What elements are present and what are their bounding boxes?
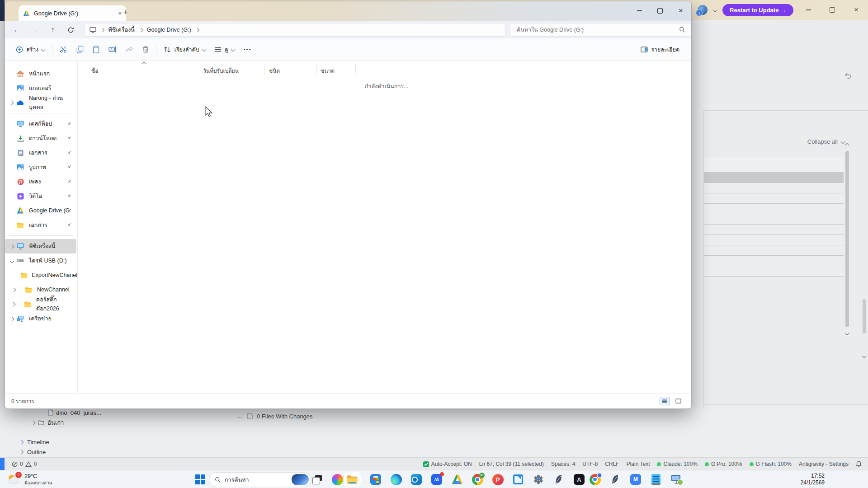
remote-pc-button[interactable] — [667, 472, 685, 487]
sidebar-item-documents[interactable]: เอกสาร — [5, 145, 77, 160]
column-header-name[interactable]: ชื่อ — [91, 65, 98, 76]
share-button[interactable] — [121, 42, 138, 58]
taskbar-clock[interactable]: 17:52 24/1/2569 — [801, 473, 825, 486]
undo-icon[interactable] — [844, 72, 852, 79]
sidebar-item-downloads[interactable]: ดาวน์โหลด — [5, 131, 77, 145]
back-icon[interactable]: ← — [8, 26, 26, 34]
gpro-quota[interactable]: G Pro: 100% — [705, 461, 742, 467]
sidebar-item-exportnewchanel[interactable]: ExportNewChanel — [5, 268, 77, 282]
column-header-type[interactable]: ชนิด — [269, 65, 280, 76]
table-row[interactable] — [704, 235, 844, 245]
chrome-profile-button[interactable]: SJ — [468, 472, 486, 487]
auto-accept-status[interactable]: Auto-Accept: ON — [423, 461, 472, 467]
table-row[interactable] — [704, 157, 844, 172]
table-row[interactable] — [704, 214, 844, 224]
project-app-button[interactable] — [509, 472, 527, 487]
m-app-button[interactable]: M — [627, 472, 645, 487]
taskbar-search[interactable]: การค้นหา — [209, 472, 311, 487]
search-box[interactable] — [510, 23, 691, 37]
sidebar-item-google-drive[interactable]: Google Drive (G: — [5, 203, 77, 218]
view-button[interactable]: ดู — [210, 42, 239, 58]
table-row[interactable] — [704, 193, 844, 203]
details-pane-button[interactable]: รายละเอียด — [636, 42, 684, 58]
search-icon[interactable] — [679, 27, 685, 33]
p-media-app-button[interactable]: P — [489, 472, 507, 487]
details-view-toggle[interactable] — [660, 397, 670, 405]
breadcrumb[interactable]: พีซีเครื่องนี้ Google Drive (G:) — [85, 23, 505, 37]
page-scrollbar[interactable] — [863, 291, 866, 368]
paste-button[interactable] — [88, 42, 104, 58]
sidebar-item-desktop[interactable]: เดสก์ท็อป — [5, 117, 77, 131]
sidebar-item-videos[interactable]: วิดีโอ — [5, 189, 77, 203]
refresh-icon[interactable] — [62, 27, 80, 33]
outline-section[interactable]: Outline — [20, 447, 46, 456]
microsoft-store-button[interactable] — [367, 472, 385, 487]
chrome-globe-button[interactable] — [586, 472, 604, 487]
restart-to-update-button[interactable]: Restart to Update → — [722, 4, 793, 16]
collapse-all-button[interactable]: Collapse all — [807, 138, 844, 145]
chevron-right-icon[interactable] — [11, 302, 16, 306]
eol[interactable]: CRLF — [605, 461, 619, 467]
chevron-right-icon[interactable] — [9, 100, 14, 105]
antigravity-button[interactable]: A — [570, 472, 588, 487]
thumbnail-view-toggle[interactable] — [674, 397, 683, 405]
google-drive-button[interactable] — [448, 472, 466, 487]
outlook-button[interactable] — [407, 472, 425, 487]
chevron-right-icon[interactable] — [9, 244, 14, 249]
up-icon[interactable]: ↑ — [44, 26, 62, 34]
column-header-size[interactable]: ขนาด — [321, 65, 335, 76]
settings-button[interactable] — [529, 472, 547, 487]
weather-widget[interactable]: 2 29°C มีแดดบางส่วน — [5, 472, 55, 487]
indentation[interactable]: Spaces: 4 — [551, 461, 575, 467]
table-row[interactable] — [704, 255, 844, 266]
panel-scrollbar[interactable] — [844, 144, 850, 338]
problems-indicator[interactable]: 0 0 — [12, 461, 37, 467]
table-row[interactable] — [704, 183, 844, 193]
chevron-down-icon[interactable] — [9, 258, 14, 263]
table-row[interactable] — [704, 245, 844, 255]
tree-folder-row[interactable]: อันเก่า — [32, 418, 64, 427]
copy-button[interactable] — [72, 42, 88, 58]
avatar[interactable]: 1 — [698, 5, 708, 15]
file-explorer-button[interactable] — [343, 472, 361, 487]
search-input[interactable] — [516, 26, 662, 33]
explorer-minimize-button[interactable] — [630, 3, 648, 19]
new-tab-button[interactable]: + — [123, 8, 128, 17]
sidebar-item-onedrive[interactable]: Narong - ส่วนบุคคล — [5, 95, 77, 110]
breadcrumb-root[interactable]: พีซีเครื่องนี้ — [108, 25, 135, 34]
timeline-section[interactable]: Timeline — [20, 437, 49, 446]
sidebar-item-home[interactable]: หน้าแรก — [5, 66, 77, 81]
delete-button[interactable] — [138, 42, 153, 58]
sidebar-item-usb-drive[interactable]: ไดรฟ์ USB (D:) — [5, 253, 77, 268]
gflash-quota[interactable]: G Flash: 100% — [750, 461, 792, 467]
explorer-maximize-button[interactable] — [651, 3, 669, 19]
encoding[interactable]: UTF-8 — [582, 461, 598, 467]
editor-minimize-button[interactable] — [799, 2, 817, 18]
sidebar-item-course2026[interactable]: คอร์สติ๊กต๊อก2026 — [5, 297, 77, 311]
sidebar-item-network[interactable]: เครือข่าย — [5, 311, 77, 326]
column-header-date[interactable]: วันที่ปรับเปลี่ยน — [203, 65, 239, 76]
notepad-button[interactable] — [647, 472, 665, 487]
table-row-selected[interactable] — [704, 172, 844, 183]
explorer-close-button[interactable]: × — [672, 3, 690, 19]
ia-app-button[interactable]: /A — [428, 472, 446, 487]
tab-close-icon[interactable]: × — [118, 10, 122, 17]
sidebar-item-pictures[interactable]: รูปภาพ — [5, 160, 77, 174]
chevron-down-icon[interactable] — [713, 8, 717, 12]
remote-indicator[interactable] — [0, 458, 5, 470]
start-button[interactable] — [191, 472, 209, 487]
editor-close-button[interactable]: × — [847, 2, 865, 18]
chevron-right-icon[interactable] — [9, 316, 14, 321]
claude-quota[interactable]: Claude: 100% — [657, 461, 697, 467]
explorer-tab[interactable]: Google Drive (G:) × — [19, 5, 126, 21]
sort-button[interactable]: เรียงลำดับ — [159, 42, 210, 58]
sidebar-item-documents-folder[interactable]: เอกสาร — [5, 218, 77, 232]
edge-button[interactable] — [387, 472, 405, 487]
editor-maximize-button[interactable] — [823, 2, 841, 18]
back-icon[interactable]: ← — [237, 413, 243, 420]
feather-app-2-button[interactable] — [606, 472, 624, 487]
task-view-button[interactable] — [308, 472, 326, 487]
forward-icon[interactable]: → — [26, 26, 44, 34]
sidebar-item-this-pc[interactable]: พีซีเครื่องนี้ — [5, 239, 76, 253]
cut-button[interactable] — [55, 42, 72, 58]
